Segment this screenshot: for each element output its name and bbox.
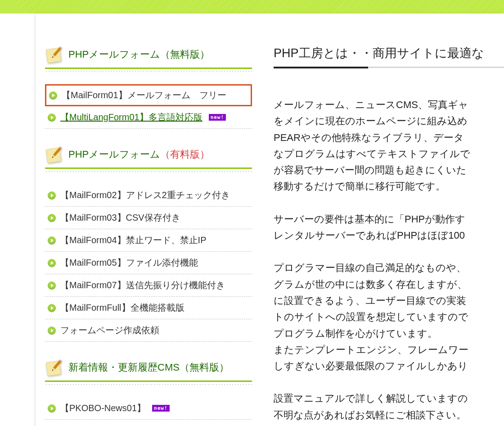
arrow-bullet-icon	[48, 236, 56, 245]
menu-item-label: 【MailFormFull】全機能搭載版	[60, 302, 184, 314]
section-title-suffix: （有料版）	[160, 149, 210, 160]
top-banner	[0, 0, 504, 14]
arrow-bullet-icon	[48, 304, 56, 312]
new-badge: new!	[152, 405, 170, 412]
section-underline	[45, 68, 252, 69]
section-header: PHPメールフォーム（無料版）	[45, 45, 252, 64]
arrow-bullet-icon	[48, 281, 56, 290]
section-title-prefix: PHPメールフォーム	[68, 49, 160, 60]
arrow-bullet-icon	[48, 259, 56, 267]
menu-list: 【MailForm01】メールフォーム フリー【MultiLangForm01】…	[45, 84, 252, 129]
section-title-suffix: （無料版）	[180, 362, 229, 373]
menu-item[interactable]: 【MailForm03】CSV保存付き	[45, 207, 252, 229]
menu-item-label: 【MailForm05】ファイル添付機能	[60, 257, 198, 269]
arrow-bullet-icon	[48, 326, 56, 335]
arrow-bullet-icon	[48, 113, 56, 122]
sidebar-section: PHPメールフォーム（有料版）【MailForm02】アドレス2重チェック付き【…	[45, 145, 252, 342]
menu-item-label: 【PKOBO-News01】	[60, 402, 146, 414]
section-dots	[45, 384, 252, 385]
section-title-prefix: PHPメールフォーム	[68, 149, 160, 160]
pencil-note-icon	[45, 145, 64, 164]
section-dots	[45, 171, 252, 172]
menu-list: 【PKOBO-News01】new!旧更新履歴・新着情報CMS	[45, 397, 252, 426]
menu-item[interactable]: 【MailForm04】禁止ワード、禁止IP	[45, 229, 252, 252]
menu-item[interactable]: 【MultiLangForm01】多言語対応版new!	[45, 106, 252, 129]
body-paragraph: 設置マニュアルで詳しく解説していますの不明な点があればお気軽にご相談下さい。	[274, 390, 504, 423]
menu-item-label: 【MailForm01】メールフォーム フリー	[62, 89, 226, 101]
menu-item[interactable]: 【MailForm02】アドレス2重チェック付き	[45, 184, 252, 207]
menu-item[interactable]: 【PKOBO-News01】new!	[45, 397, 252, 420]
body-paragraph: プログラマー目線の自己満足的なものや、グラムが世の中には数多く存在しますが、に設…	[274, 260, 504, 374]
section-header: 新着情報・更新履歴CMS（無料版）	[45, 358, 252, 377]
body-paragraph: メールフォーム、ニュースCMS、写真ギャをメインに現在のホームページに組み込めP…	[274, 97, 504, 195]
pencil-note-icon	[45, 358, 64, 377]
section-title: PHPメールフォーム（有料版）	[68, 148, 210, 161]
sidebar-section: 新着情報・更新履歴CMS（無料版）【PKOBO-News01】new!旧更新履歴…	[45, 358, 252, 426]
menu-item[interactable]: 【MailForm05】ファイル添付機能	[45, 252, 252, 274]
sidebar: PHPメールフォーム（無料版）【MailForm01】メールフォーム フリー【M…	[36, 45, 266, 426]
pencil-note-icon	[45, 45, 64, 64]
section-title: PHPメールフォーム（無料版）	[68, 48, 210, 61]
section-underline	[45, 168, 252, 169]
sidebar-section: PHPメールフォーム（無料版）【MailForm01】メールフォーム フリー【M…	[45, 45, 252, 129]
section-title-prefix: 新着情報・更新履歴CMS	[68, 362, 180, 373]
content-wrapper: PHPメールフォーム（無料版）【MailForm01】メールフォーム フリー【M…	[36, 14, 504, 426]
arrow-bullet-icon	[48, 214, 56, 222]
section-title: 新着情報・更新履歴CMS（無料版）	[68, 361, 229, 374]
menu-list: 【MailForm02】アドレス2重チェック付き【MailForm03】CSV保…	[45, 184, 252, 342]
section-header: PHPメールフォーム（有料版）	[45, 145, 252, 164]
page-title: PHP工房とは・・商用サイトに最適な	[274, 45, 504, 67]
section-underline	[45, 381, 252, 382]
menu-item-label: 【MailForm03】CSV保存付き	[60, 212, 180, 224]
menu-item-label: 【MailForm04】禁止ワード、禁止IP	[60, 234, 206, 246]
section-dots	[45, 71, 252, 73]
new-badge: new!	[209, 114, 226, 121]
inner-page: PHPメールフォーム（無料版）【MailForm01】メールフォーム フリー【M…	[36, 14, 504, 426]
arrow-bullet-icon	[49, 91, 57, 100]
menu-item[interactable]: 【MailForm01】メールフォーム フリー	[45, 84, 252, 106]
menu-item[interactable]: 旧更新履歴・新着情報CMS	[45, 420, 252, 426]
menu-item-label: 【MailForm07】送信先振り分け機能付き	[60, 279, 225, 291]
main-body: メールフォーム、ニュースCMS、写真ギャをメインに現在のホームページに組み込めP…	[274, 97, 504, 423]
menu-item[interactable]: 【MailForm07】送信先振り分け機能付き	[45, 274, 252, 297]
heading-underline	[274, 67, 504, 68]
menu-item[interactable]: フォームページ作成依頼	[45, 319, 252, 342]
arrow-bullet-icon	[48, 191, 56, 199]
menu-item-label[interactable]: 【MultiLangForm01】多言語対応版	[60, 111, 202, 123]
arrow-bullet-icon	[48, 404, 56, 412]
body-paragraph: サーバーの要件は基本的に「PHPが動作すレンタルサーバーであればPHPはほぼ10…	[274, 211, 504, 244]
main-content: PHP工房とは・・商用サイトに最適な メールフォーム、ニュースCMS、写真ギャを…	[266, 45, 504, 426]
menu-item-label: 【MailForm02】アドレス2重チェック付き	[60, 189, 230, 201]
section-title-suffix: （無料版）	[160, 49, 210, 60]
menu-item-label: フォームページ作成依頼	[60, 324, 159, 336]
menu-item[interactable]: 【MailFormFull】全機能搭載版	[45, 297, 252, 319]
